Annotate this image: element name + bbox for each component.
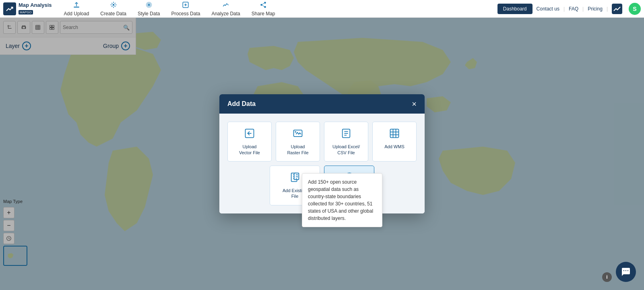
upload-raster-label: UploadRaster File — [287, 144, 308, 155]
nav-create-data[interactable]: Create Data — [95, 0, 132, 18]
nav-add-upload-label: Add Upload — [64, 11, 89, 17]
contact-link[interactable]: Contact us — [537, 6, 559, 12]
faq-link[interactable]: FAQ — [569, 6, 578, 12]
dashboard-button[interactable]: Dashboard — [497, 4, 533, 14]
nav-sep1: | — [564, 6, 565, 12]
modal-header: Add Data × — [219, 94, 425, 114]
svg-point-4 — [260, 4, 262, 6]
user-avatar[interactable]: S — [629, 3, 641, 15]
logo-text: Map Analysis — [19, 2, 52, 8]
nav-sep3: | — [607, 6, 608, 12]
nav-analyze-data[interactable]: Analyze Data — [206, 0, 246, 18]
mapgo-logo-small — [612, 4, 622, 14]
upload-vector-label: UploadVector File — [239, 144, 260, 155]
logo-sub: MAPGO — [19, 10, 33, 14]
upload-excel-card[interactable]: Upload Excel/CSV File — [324, 122, 368, 162]
nav-items: Add Upload Create Data Style Data Proces… — [58, 0, 497, 18]
upload-vector-card[interactable]: UploadVector File — [227, 122, 272, 162]
info-button[interactable]: i — [602, 272, 612, 282]
nav-share-map[interactable]: Share Map — [246, 0, 281, 18]
process-data-icon — [182, 1, 189, 10]
svg-point-3 — [264, 2, 266, 4]
nav-create-data-label: Create Data — [100, 11, 126, 17]
nav-process-data-label: Process Data — [171, 11, 200, 17]
analyze-data-icon — [222, 1, 229, 10]
svg-point-17 — [295, 131, 296, 133]
nav-share-map-label: Share Map — [252, 11, 275, 17]
add-wms-icon — [389, 128, 400, 141]
add-wms-card[interactable]: Add WMS — [372, 122, 417, 162]
create-data-icon — [110, 1, 117, 10]
upload-raster-card[interactable]: UploadRaster File — [276, 122, 320, 162]
svg-rect-19 — [390, 129, 399, 138]
share-map-icon — [260, 1, 267, 10]
app-logo: Map Analysis MAPGO — [3, 2, 52, 15]
style-data-icon — [145, 1, 153, 10]
tooltip-text: Add 150+ open source geospatial data suc… — [308, 179, 373, 221]
upload-vector-icon — [244, 128, 255, 141]
upload-excel-icon — [341, 128, 352, 141]
nav-style-data[interactable]: Style Data — [132, 0, 165, 18]
chat-button[interactable] — [616, 262, 636, 282]
nav-analyze-data-label: Analyze Data — [211, 11, 240, 17]
add-upload-icon — [73, 1, 80, 10]
nav-right: Dashboard Contact us | FAQ | Pricing | S — [497, 3, 641, 15]
modal-close-button[interactable]: × — [412, 100, 417, 108]
nav-style-data-label: Style Data — [138, 11, 160, 17]
gis-data-tooltip: Add 150+ open source geospatial data suc… — [302, 173, 382, 227]
svg-point-5 — [264, 6, 266, 8]
svg-point-1 — [112, 4, 114, 6]
upload-excel-label: Upload Excel/CSV File — [332, 144, 360, 155]
add-wms-label: Add WMS — [384, 144, 405, 149]
navbar: Map Analysis MAPGO Add Upload Create Dat… — [0, 0, 644, 18]
nav-process-data[interactable]: Process Data — [165, 0, 206, 18]
svg-rect-0 — [74, 6, 79, 7]
modal-cards-row1: UploadVector File UploadRaster File Uplo… — [227, 122, 417, 162]
modal-overlay[interactable]: Add Data × UploadVector File UploadRaste… — [0, 18, 644, 290]
nav-add-upload[interactable]: Add Upload — [58, 0, 95, 18]
modal-title: Add Data — [227, 100, 256, 108]
logo-icon — [3, 2, 16, 15]
nav-sep2: | — [582, 6, 584, 12]
upload-raster-icon — [292, 128, 303, 141]
add-existing-icon — [289, 172, 301, 185]
pricing-link[interactable]: Pricing — [588, 6, 603, 12]
